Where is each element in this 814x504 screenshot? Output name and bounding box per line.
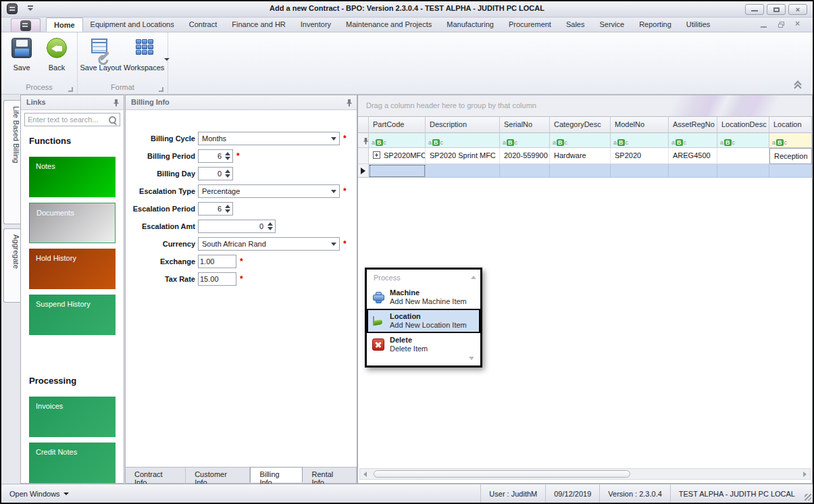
tab-billing-info[interactable]: Billing Info: [250, 467, 303, 482]
billing-day-spinner[interactable]: [198, 167, 233, 180]
ribbon-tab-equipment-and-locations[interactable]: Equipment and Locations: [83, 18, 182, 32]
collapse-ribbon-icon[interactable]: [794, 82, 803, 90]
tax-rate-field[interactable]: [198, 272, 236, 286]
credit-notes-button[interactable]: Credit Notes: [29, 443, 116, 483]
workspaces-button[interactable]: Workspaces: [124, 36, 166, 81]
column-header-serialno[interactable]: SerialNo: [500, 117, 550, 133]
escalation-period-input[interactable]: [200, 203, 222, 214]
new-row-cell-description[interactable]: [426, 164, 500, 178]
filter-cell-modelno[interactable]: aBc: [611, 133, 669, 148]
menu-item-location[interactable]: Location Add New Location Item: [367, 309, 480, 333]
menu-item-machine[interactable]: Machine Add New Machine Item: [367, 286, 480, 309]
spinner-arrows-icon[interactable]: [265, 221, 274, 232]
column-header-description[interactable]: Description: [426, 117, 500, 133]
column-header-assetregno[interactable]: AssetRegNo: [669, 117, 717, 133]
menu-scroll-down-icon[interactable]: [469, 357, 474, 360]
search-icon[interactable]: [108, 116, 117, 124]
dialog-launcher-format-icon[interactable]: [159, 87, 163, 92]
cell-serialno[interactable]: 2020-559900: [500, 148, 550, 164]
chevron-down-icon[interactable]: [328, 238, 338, 249]
new-row-cell-modelno[interactable]: [611, 164, 669, 178]
chevron-down-icon[interactable]: [328, 133, 338, 144]
ribbon-tab-utilities[interactable]: Utilities: [679, 18, 717, 32]
filter-cell-serialno[interactable]: aBc: [500, 133, 550, 148]
menu-item-delete[interactable]: Delete Delete Item: [367, 333, 480, 356]
cell-description[interactable]: SP2020 Sprint MFC: [426, 148, 500, 164]
scroll-right-icon[interactable]: [799, 469, 810, 479]
column-header-location[interactable]: Location: [769, 117, 812, 133]
new-row-cell-location[interactable]: [769, 164, 812, 178]
pin-icon[interactable]: [113, 99, 120, 107]
tab-rental-info[interactable]: Rental Info: [303, 468, 357, 483]
escalation-type-dropdown[interactable]: Percentage: [198, 184, 340, 198]
save-button[interactable]: Save: [3, 36, 40, 81]
filter-cell-partcode[interactable]: aBc: [369, 133, 426, 148]
new-row-cell-serialno[interactable]: [500, 164, 550, 178]
pin-icon[interactable]: [346, 99, 353, 107]
close-button[interactable]: ×: [788, 4, 807, 15]
billing-period-spinner[interactable]: [198, 149, 233, 163]
menu-scroll-up-icon[interactable]: [471, 276, 476, 279]
column-header-locationdesc[interactable]: LocationDesc: [717, 117, 769, 133]
back-button[interactable]: Back: [39, 36, 75, 81]
escalation-amt-input[interactable]: [200, 221, 263, 232]
ribbon-tab-procurement[interactable]: Procurement: [501, 18, 559, 32]
cell-categorydesc[interactable]: Hardware: [550, 148, 611, 164]
tab-customer-info[interactable]: Customer Info: [186, 468, 250, 483]
grid-group-panel[interactable]: Drag a column header here to group by th…: [358, 95, 812, 117]
scrollbar-thumb[interactable]: [374, 470, 630, 478]
ribbon-tab-contract[interactable]: Contract: [182, 18, 225, 32]
currency-dropdown[interactable]: South African Rand: [198, 237, 340, 251]
column-header-partcode[interactable]: PartCode: [369, 117, 426, 133]
cell-locationdesc[interactable]: [717, 148, 769, 164]
suspend-history-button[interactable]: Suspend History: [29, 295, 116, 335]
filter-cell-description[interactable]: aBc: [426, 133, 500, 148]
ribbon-tab-maintenance-and-projects[interactable]: Maintenance and Projects: [338, 18, 439, 32]
new-row-cell-assetregno[interactable]: [669, 164, 717, 178]
billing-day-input[interactable]: [200, 168, 222, 179]
invoices-button[interactable]: Invoices: [29, 397, 116, 437]
ribbon-tab-finance-and-hr[interactable]: Finance and HR: [224, 18, 293, 32]
ribbon-tab-home[interactable]: Home: [46, 18, 83, 32]
escalation-amt-spinner[interactable]: [198, 220, 276, 233]
ribbon-tab-manufacturing[interactable]: Manufacturing: [439, 18, 501, 32]
exchange-field[interactable]: [198, 255, 236, 268]
billing-period-input[interactable]: [200, 151, 222, 161]
expand-row-icon[interactable]: [373, 151, 380, 159]
ribbon-tab-reporting[interactable]: Reporting: [632, 18, 679, 32]
filter-cell-categorydesc[interactable]: aBc: [550, 133, 611, 148]
new-row-cell-categorydesc[interactable]: [550, 164, 611, 178]
billing-cycle-dropdown[interactable]: Months: [198, 132, 340, 145]
save-layout-button[interactable]: Save Layout: [80, 36, 122, 81]
notes-button[interactable]: Notes: [29, 157, 116, 197]
tab-contract-info[interactable]: Contract Info: [126, 468, 186, 483]
spinner-arrows-icon[interactable]: [223, 151, 232, 161]
maximize-button[interactable]: [767, 4, 786, 15]
spinner-arrows-icon[interactable]: [223, 168, 232, 179]
column-header-modelno[interactable]: ModelNo: [611, 117, 669, 133]
filter-cell-assetregno[interactable]: aBc: [669, 133, 717, 148]
documents-button[interactable]: Documents: [29, 203, 116, 243]
resize-grip[interactable]: [803, 484, 813, 503]
minimize-button[interactable]: [745, 4, 764, 15]
cell-location[interactable]: Reception: [769, 148, 812, 164]
column-header-categorydesc[interactable]: CategoryDesc: [550, 117, 611, 133]
escalation-period-spinner[interactable]: [198, 202, 233, 216]
dialog-launcher-process-icon[interactable]: [68, 87, 73, 92]
exchange-input[interactable]: [200, 256, 234, 267]
chevron-down-icon[interactable]: [328, 186, 338, 197]
new-row-cell-locationdesc[interactable]: [717, 164, 769, 178]
spinner-arrows-icon[interactable]: [223, 203, 232, 214]
mdi-restore-button[interactable]: [778, 21, 786, 29]
mdi-close-button[interactable]: ×: [795, 21, 803, 29]
open-windows-dropdown[interactable]: Open Windows: [9, 490, 69, 498]
hold-history-button[interactable]: Hold History: [29, 249, 116, 289]
scroll-left-icon[interactable]: [360, 469, 371, 479]
filter-cell-locationdesc[interactable]: aBc: [717, 133, 769, 148]
ribbon-tab-inventory[interactable]: Inventory: [293, 18, 338, 32]
ribbon-tab-service[interactable]: Service: [592, 18, 632, 32]
cell-modelno[interactable]: SP2020: [611, 148, 669, 164]
ribbon-tab-sales[interactable]: Sales: [559, 18, 592, 32]
side-tab-aggregate[interactable]: Aggregate: [3, 228, 20, 303]
application-button[interactable]: [11, 18, 41, 32]
